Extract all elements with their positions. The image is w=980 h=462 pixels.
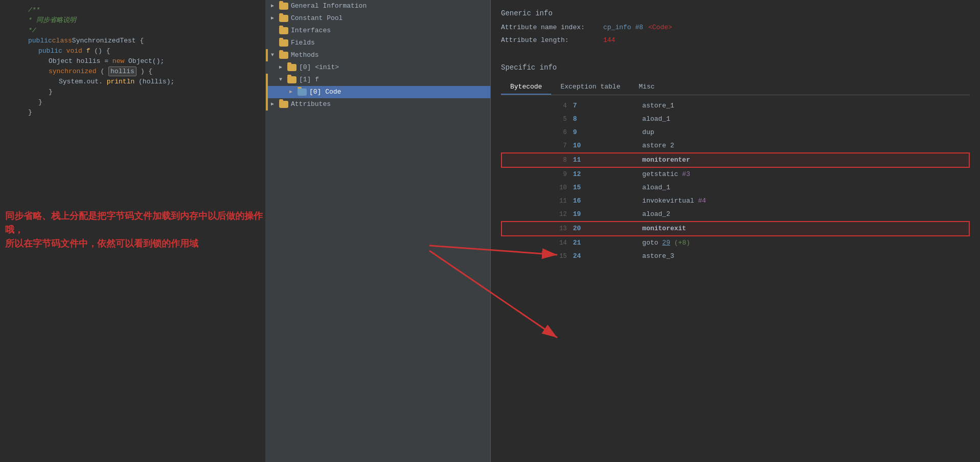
code-panel: /** * 同步省略说明 */ public class Synchronize… bbox=[0, 0, 266, 462]
code-line-7: synchronized ( hollis ) { bbox=[0, 67, 265, 77]
tree-item-fields[interactable]: Fields bbox=[266, 37, 490, 49]
tree-item-code[interactable]: ▶ [0] Code bbox=[266, 86, 490, 98]
tree-item-interfaces[interactable]: Interfaces bbox=[266, 25, 490, 37]
code-line-3: */ bbox=[0, 26, 265, 36]
generic-info-title: Generic info bbox=[501, 9, 970, 17]
info-panel: Generic info Attribute name index: cp_in… bbox=[491, 0, 980, 462]
bytecode-row: 1116invokevirtual #4 bbox=[502, 194, 969, 208]
code-line-5: public void f () { bbox=[0, 46, 265, 56]
code-line-11: } bbox=[0, 107, 265, 118]
bytecode-row: 811monitorenter bbox=[502, 153, 969, 167]
tree-item-f-wrap: ▼ [1] f bbox=[266, 74, 490, 86]
tree-item-label: Constant Pool bbox=[291, 12, 343, 25]
attr-length-row: Attribute length: 144 bbox=[501, 36, 970, 44]
folder-icon bbox=[279, 39, 288, 47]
bytecode-row: 1320monitorexit bbox=[502, 222, 969, 236]
bytecode-row: 47astore_1 bbox=[502, 99, 969, 113]
yellow-bar-attributes bbox=[266, 98, 268, 111]
yellow-bar-code bbox=[266, 86, 268, 98]
annotation-line1: 同步省略、栈上分配是把字节码文件加载到内存中以后做的操作哦， bbox=[5, 210, 265, 237]
yellow-bar-f bbox=[266, 74, 268, 86]
tree-item-f[interactable]: ▼ [1] f bbox=[266, 74, 490, 86]
annotation-line2: 所以在字节码文件中，依然可以看到锁的作用域 bbox=[5, 237, 265, 251]
code-line-1: /** bbox=[0, 5, 265, 15]
bytecode-row: 69dup bbox=[502, 126, 969, 139]
tree-item-label: Fields bbox=[291, 37, 315, 49]
tree-item-constant-pool[interactable]: ▶ Constant Pool bbox=[266, 12, 490, 25]
code-line-8: System.out. println (hollis); bbox=[0, 77, 265, 87]
attr-name-label: Attribute name index: bbox=[501, 24, 603, 31]
folder-icon bbox=[279, 52, 288, 59]
folder-icon bbox=[279, 15, 288, 22]
arrow-icon: ▶ bbox=[279, 61, 287, 74]
tab-exception-table[interactable]: Exception table bbox=[551, 80, 629, 95]
bytecode-row: 1219aload_2 bbox=[502, 208, 969, 222]
tree-item-init[interactable]: ▶ [0] <init> bbox=[266, 61, 490, 74]
bytecode-row: 58aload_1 bbox=[502, 113, 969, 126]
bytecode-row: 710astore 2 bbox=[502, 139, 969, 153]
tab-misc[interactable]: Misc bbox=[629, 80, 664, 95]
arrow-icon: ▶ bbox=[271, 12, 279, 25]
tree-item-general-info[interactable]: ▶ General Information bbox=[266, 0, 490, 12]
tree-item-label: General Information bbox=[291, 0, 367, 12]
folder-icon bbox=[298, 89, 307, 96]
arrow-icon: ▼ bbox=[279, 74, 287, 86]
folder-icon bbox=[287, 76, 297, 83]
tab-bytecode[interactable]: Bytecode bbox=[501, 80, 551, 95]
tree-panel: ▶ General Information ▶ Constant Pool In… bbox=[266, 0, 491, 462]
tree-item-label: Interfaces bbox=[291, 25, 331, 37]
tree-item-attributes[interactable]: ▶ Attributes bbox=[266, 98, 490, 111]
attr-name-row: Attribute name index: cp_info #8 <Code> bbox=[501, 24, 970, 31]
folder-icon bbox=[279, 101, 288, 108]
arrow-icon bbox=[271, 37, 279, 49]
code-line-10: } bbox=[0, 97, 265, 107]
attr-name-value: <Code> bbox=[648, 24, 672, 31]
tree-item-label: [1] f bbox=[299, 74, 319, 86]
code-line-9: } bbox=[0, 87, 265, 97]
tree-item-methods-wrap: ▼ Methods bbox=[266, 49, 490, 61]
bytecode-table: 47astore_158aload_169dup710astore 2811mo… bbox=[501, 99, 970, 263]
arrow-icon: ▶ bbox=[271, 0, 279, 12]
folder-icon bbox=[287, 64, 297, 71]
specific-info-title: Specific info bbox=[501, 63, 970, 72]
yellow-bar-methods bbox=[266, 49, 268, 61]
tree-item-label: [0] <init> bbox=[299, 61, 339, 74]
bytecode-row: 912getstatic #3 bbox=[502, 167, 969, 181]
tab-bar: Bytecode Exception table Misc bbox=[501, 80, 970, 95]
bytecode-row: 1421goto 29 (+8) bbox=[502, 236, 969, 250]
folder-icon bbox=[279, 27, 288, 34]
attr-length-value: 144 bbox=[603, 36, 615, 44]
arrow-icon: ▶ bbox=[271, 98, 279, 111]
arrow-icon: ▶ bbox=[289, 86, 298, 98]
tree-item-label: Attributes bbox=[291, 98, 331, 111]
attr-length-label: Attribute length: bbox=[501, 36, 603, 44]
folder-icon bbox=[279, 3, 288, 10]
attr-name-link[interactable]: cp_info #8 bbox=[603, 24, 643, 31]
tree-item-methods[interactable]: ▼ Methods bbox=[266, 49, 490, 61]
code-line-6: Object hollis = new Object(); bbox=[0, 56, 265, 67]
arrow-icon bbox=[271, 25, 279, 37]
tree-item-code-wrap: ▶ [0] Code bbox=[266, 86, 490, 98]
tree-item-label: Methods bbox=[291, 49, 319, 61]
code-line-4: public class SynchronizedTest { bbox=[0, 36, 265, 46]
bytecode-row: 1015aload_1 bbox=[502, 181, 969, 194]
arrow-icon: ▼ bbox=[271, 49, 279, 61]
code-line-2: * 同步省略说明 bbox=[0, 15, 265, 26]
tree-item-label: [0] Code bbox=[309, 86, 341, 98]
annotation-text: 同步省略、栈上分配是把字节码文件加载到内存中以后做的操作哦， 所以在字节码文件中… bbox=[5, 210, 265, 251]
bytecode-row: 1524astore_3 bbox=[502, 250, 969, 263]
tree-item-attributes-wrap: ▶ Attributes bbox=[266, 98, 490, 111]
